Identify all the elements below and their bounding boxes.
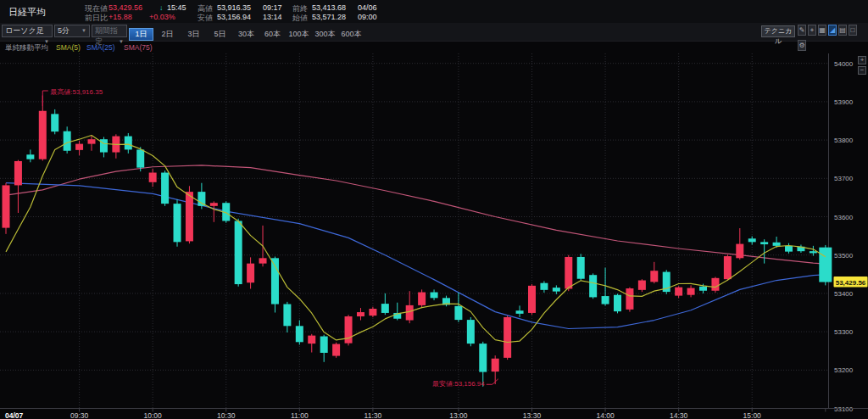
candle[interactable] — [418, 293, 426, 305]
candle[interactable] — [540, 283, 548, 290]
candle[interactable] — [528, 286, 536, 313]
range-button-30本[interactable]: 30本 — [234, 28, 259, 41]
candle[interactable] — [186, 192, 193, 241]
candle[interactable] — [51, 114, 58, 131]
candle[interactable] — [736, 244, 743, 259]
y-axis-label: 53400 — [834, 290, 854, 298]
candle[interactable] — [602, 296, 609, 304]
zoom-icon[interactable]: ⌖ — [808, 25, 816, 36]
technical-button[interactable]: テクニカル — [761, 25, 795, 37]
axis-zoom-out-button[interactable]: − — [858, 66, 866, 75]
x-axis-label: 13:00 — [449, 411, 468, 419]
candle[interactable] — [149, 173, 157, 182]
range-button-3日[interactable]: 3日 — [181, 28, 206, 41]
quote-header: 日経平均 現在値 53,429.56 ↓ 15:45 前日比 +15.88 +0… — [0, 0, 868, 23]
current-price-time: 15:45 — [167, 3, 186, 12]
candle[interactable] — [760, 242, 768, 244]
candle[interactable] — [271, 258, 279, 304]
candle[interactable] — [626, 288, 633, 310]
candle[interactable] — [247, 264, 254, 283]
window-icon[interactable]: □ — [849, 25, 857, 36]
candle[interactable] — [687, 288, 695, 295]
candle[interactable] — [773, 243, 781, 246]
candle[interactable] — [748, 238, 756, 242]
candlestick-chart[interactable]: 5400053900538005370053600535005340053300… — [0, 53, 868, 419]
range-button-600本[interactable]: 600本 — [339, 28, 364, 41]
candle[interactable] — [675, 288, 682, 296]
candle[interactable] — [308, 336, 315, 344]
candle[interactable] — [75, 144, 83, 150]
candle[interactable] — [381, 304, 389, 313]
candle[interactable] — [650, 271, 658, 282]
period-dropdown[interactable]: 期間指定 ▼ — [92, 25, 127, 37]
candle[interactable] — [320, 337, 328, 353]
candle[interactable] — [492, 359, 499, 372]
y-axis-label: 53300 — [834, 328, 854, 336]
candle[interactable] — [516, 310, 524, 314]
draw-icon[interactable]: ✎ — [798, 25, 806, 36]
candle[interactable] — [88, 139, 96, 143]
candle[interactable] — [553, 288, 560, 292]
candle[interactable] — [64, 131, 71, 151]
candle[interactable] — [14, 161, 22, 185]
candle[interactable] — [39, 111, 47, 159]
candle[interactable] — [198, 192, 205, 206]
legend-sma75[interactable]: SMA(75) — [124, 43, 153, 52]
candle[interactable] — [785, 246, 793, 252]
candle[interactable] — [467, 320, 475, 344]
candle[interactable] — [454, 306, 462, 320]
candle[interactable] — [345, 316, 353, 344]
candle[interactable] — [479, 344, 487, 372]
candle[interactable] — [724, 256, 732, 279]
candle[interactable] — [136, 149, 144, 167]
grid-icon[interactable]: ▦ — [818, 25, 826, 36]
candle[interactable] — [3, 185, 10, 227]
range-button-group: 1日2日3日5日30本60本100本300本600本 — [129, 25, 365, 37]
legend-sma25[interactable]: SMA(25) — [86, 43, 115, 52]
area-chart-icon[interactable]: ◢ — [828, 25, 837, 36]
chart-application: 日経平均 現在値 53,429.56 ↓ 15:45 前日比 +15.88 +0… — [0, 0, 868, 419]
date-label: 04/07 — [5, 411, 24, 419]
instrument-name: 日経平均 — [8, 6, 46, 19]
candle[interactable] — [638, 281, 646, 290]
toolbar-icon-row: ✎⌖▦◢▤□⚙ — [798, 25, 868, 37]
candle[interactable] — [431, 293, 438, 299]
axis-zoom-in-button[interactable]: + — [858, 56, 866, 64]
candle[interactable] — [699, 287, 707, 291]
candle[interactable] — [819, 248, 832, 282]
candle[interactable] — [235, 221, 242, 284]
range-button-5日[interactable]: 5日 — [208, 28, 232, 41]
candle[interactable] — [210, 203, 218, 206]
candle[interactable] — [26, 154, 34, 159]
range-button-100本[interactable]: 100本 — [287, 28, 311, 41]
x-axis-label: 09:30 — [70, 411, 89, 419]
legend-sma5[interactable]: SMA(5) — [56, 43, 81, 52]
candle[interactable] — [577, 257, 585, 279]
candle[interactable] — [283, 304, 291, 327]
candle[interactable] — [296, 326, 303, 342]
candle[interactable] — [711, 278, 719, 291]
range-button-300本[interactable]: 300本 — [313, 28, 337, 41]
x-axis-label: 14:30 — [670, 411, 688, 419]
range-button-2日[interactable]: 2日 — [155, 28, 180, 41]
candle[interactable] — [406, 305, 414, 321]
y-axis-label: 53500 — [834, 252, 854, 260]
candle[interactable] — [504, 317, 511, 358]
candle[interactable] — [614, 295, 621, 311]
candle[interactable] — [357, 312, 364, 316]
candle[interactable] — [161, 173, 169, 204]
clipboard-icon[interactable]: ▤ — [838, 25, 847, 36]
candle[interactable] — [259, 258, 267, 263]
candle[interactable] — [565, 257, 572, 289]
candle[interactable] — [589, 275, 597, 297]
candle[interactable] — [369, 309, 376, 316]
chart-type-dropdown[interactable]: ローソク足 ▼ — [2, 25, 53, 37]
candle[interactable] — [125, 137, 132, 150]
range-button-1日[interactable]: 1日 — [129, 28, 153, 41]
down-arrow-icon: ↓ — [159, 3, 164, 12]
candle[interactable] — [332, 344, 340, 356]
range-button-60本[interactable]: 60本 — [260, 28, 285, 41]
candle[interactable] — [810, 251, 817, 253]
candle[interactable] — [174, 204, 181, 242]
interval-dropdown[interactable]: 5分 ▼ — [54, 25, 90, 37]
